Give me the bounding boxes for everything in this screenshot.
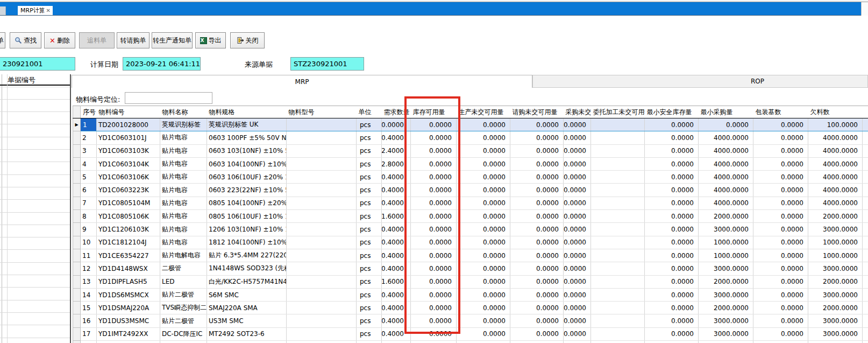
cell-stock[interactable]: 0.0000 — [411, 327, 457, 340]
cell-blank[interactable] — [863, 131, 868, 144]
cell-code[interactable]: YD1C0603106K — [97, 171, 160, 184]
close-button[interactable]: 关闭 — [230, 32, 265, 48]
column-header-blank[interactable] — [863, 106, 868, 118]
cell-short[interactable]: 3000.0000 — [808, 314, 863, 327]
cell-blank[interactable] — [863, 236, 868, 249]
column-header-purch[interactable]: 采购未交 — [564, 106, 591, 118]
cell-purch[interactable]: 0.0000 — [564, 171, 591, 184]
cell-outsrc[interactable] — [591, 314, 645, 327]
cell-short[interactable]: 4000.0000 — [808, 197, 863, 209]
cell-seq[interactable]: 2 — [81, 131, 97, 144]
cell-safety[interactable]: 0.0000 — [645, 157, 699, 170]
cell-prod[interactable] — [457, 341, 510, 343]
cell-short[interactable]: 3000.0000 — [808, 223, 863, 236]
cell-code[interactable]: YD1C0603223K — [97, 184, 160, 197]
cell-short[interactable]: 3000.0000 — [808, 262, 863, 275]
cell-prod[interactable]: 0.0000 — [457, 249, 510, 262]
cell-outsrc[interactable] — [591, 144, 645, 157]
cell-name[interactable]: DC-DC降压IC — [160, 327, 207, 340]
table-row[interactable]: 13YD1DIPFLASH5LED白光/KK2C-H5757M41N42pcs4… — [73, 275, 868, 288]
table-row[interactable]: 5YD1C0603106K贴片电容0603 106(10UF) ±20% 10V… — [73, 171, 868, 184]
cell-purch[interactable]: 0.0000 — [564, 144, 591, 157]
cell-outsrc[interactable] — [591, 171, 645, 184]
cell-req[interactable]: 0.0000 — [510, 302, 564, 314]
cell-spec[interactable]: 0805 104(100NF) ±20% 10 — [207, 197, 287, 209]
cell-short[interactable]: 4000.0000 — [808, 157, 863, 170]
cell-minbuy[interactable]: 2000.0000 — [699, 275, 753, 288]
cell-unit[interactable]: pcs — [357, 197, 382, 209]
row-header-cell[interactable] — [73, 302, 81, 314]
table-row[interactable]: 9YD1C1206103K贴片电容1206 103(10NF) ±10% 100… — [73, 223, 868, 236]
cell-req[interactable]: 0.0000 — [510, 197, 564, 209]
cell-unit[interactable]: pcs — [357, 249, 382, 262]
column-header-model[interactable]: 物料型号 — [287, 106, 357, 118]
cell-stock[interactable]: 0.0000 — [411, 210, 457, 223]
column-header-demand[interactable]: 需求数量 — [382, 106, 411, 118]
cell-purch[interactable]: 0.0000 — [564, 288, 591, 301]
table-row[interactable]: 7YD1C0805104M贴片电容0805 104(100NF) ±20% 10… — [73, 197, 868, 209]
cell-demand[interactable]: 401.6000 — [382, 275, 411, 288]
cell-spec[interactable] — [207, 341, 287, 343]
table-row[interactable]: 14YD1DS6MSMCX贴片二极管S6M SMCpcs100.40000.00… — [73, 288, 868, 301]
document-list[interactable] — [0, 86, 70, 343]
cell-short[interactable]: 3000.0000 — [808, 288, 863, 301]
cell-short[interactable]: 4000.0000 — [808, 144, 863, 157]
cell-minbuy[interactable]: 4000.0000 — [699, 144, 753, 157]
cell-req[interactable]: 0.0000 — [510, 314, 564, 327]
cell-model[interactable] — [287, 275, 357, 288]
cell-code[interactable]: YD1C0603101J — [97, 131, 160, 144]
cell-code[interactable]: YD1IMT2492XX — [97, 327, 160, 340]
row-header-cell[interactable] — [73, 275, 81, 288]
cell-purch[interactable]: 0.0000 — [564, 184, 591, 197]
cell-prod[interactable]: 0.0000 — [457, 262, 510, 275]
cell-short[interactable]: 100.0000 — [808, 118, 863, 131]
column-header-name[interactable]: 物料名称 — [160, 106, 207, 118]
cell-demand[interactable]: 100.4000 — [382, 184, 411, 197]
column-header-pack[interactable]: 包装基数 — [753, 106, 808, 118]
cell-short[interactable]: 3000.0000 — [808, 327, 863, 340]
table-row[interactable] — [73, 341, 868, 343]
column-header-blank[interactable] — [73, 106, 81, 118]
cell-req[interactable]: 0.0000 — [510, 262, 564, 275]
cell-purch[interactable]: 0.0000 — [564, 223, 591, 236]
tab-close-icon[interactable]: ✕ — [46, 8, 51, 13]
cell-stock[interactable]: 0.0000 — [411, 288, 457, 301]
cell-minbuy[interactable]: 1000.0000 — [699, 236, 753, 249]
cell-model[interactable] — [287, 210, 357, 223]
cell-short[interactable]: 2000.0000 — [808, 302, 863, 314]
cell-seq[interactable]: 6 — [81, 184, 97, 197]
cell-safety[interactable]: 0.0000 — [645, 249, 699, 262]
cell-prod[interactable]: 0.0000 — [457, 314, 510, 327]
cell-minbuy[interactable]: 0.0000 — [699, 118, 753, 131]
cell-safety[interactable]: 0.0000 — [645, 236, 699, 249]
cell-safety[interactable]: 0.0000 — [645, 262, 699, 275]
tab-mrp-calculation[interactable]: MRP计算 ✕ — [18, 6, 53, 15]
cell-unit[interactable]: pcs — [357, 118, 382, 131]
cell-seq[interactable]: 3 — [81, 144, 97, 157]
cell-outsrc[interactable] — [591, 302, 645, 314]
cell-prod[interactable]: 0.0000 — [457, 118, 510, 131]
cell-demand[interactable]: 100.4000 — [382, 249, 411, 262]
cell-outsrc[interactable] — [591, 249, 645, 262]
cell-seq[interactable]: 14 — [81, 288, 97, 301]
cell-safety[interactable]: 0.0000 — [645, 210, 699, 223]
cell-model[interactable] — [287, 236, 357, 249]
cell-model[interactable] — [287, 249, 357, 262]
row-header-cell[interactable] — [73, 236, 81, 249]
cell-safety[interactable]: 0.0000 — [645, 223, 699, 236]
cell-demand[interactable]: 100.4000 — [382, 327, 411, 340]
cell-spec[interactable]: 0603 100PF ±5% 50V NPO — [207, 131, 287, 144]
row-header-cell[interactable] — [73, 144, 81, 157]
cell-name[interactable]: 贴片电容 — [160, 131, 207, 144]
cell-stock[interactable]: 0.0000 — [411, 197, 457, 209]
cell-pack[interactable]: 0.0000 — [753, 210, 808, 223]
row-header-cell[interactable] — [73, 223, 81, 236]
cell-stock[interactable]: 0.0000 — [411, 249, 457, 262]
cell-spec[interactable]: 白光/KK2C-H5757M41N42 — [207, 275, 287, 288]
cell-unit[interactable]: pcs — [357, 302, 382, 314]
cell-outsrc[interactable] — [591, 275, 645, 288]
cell-minbuy[interactable]: 4000.0000 — [699, 197, 753, 209]
cell-seq[interactable]: 4 — [81, 157, 97, 170]
cell-code[interactable]: YD1DIPFLASH5 — [97, 275, 160, 288]
cell-purch[interactable]: 0.0000 — [564, 262, 591, 275]
